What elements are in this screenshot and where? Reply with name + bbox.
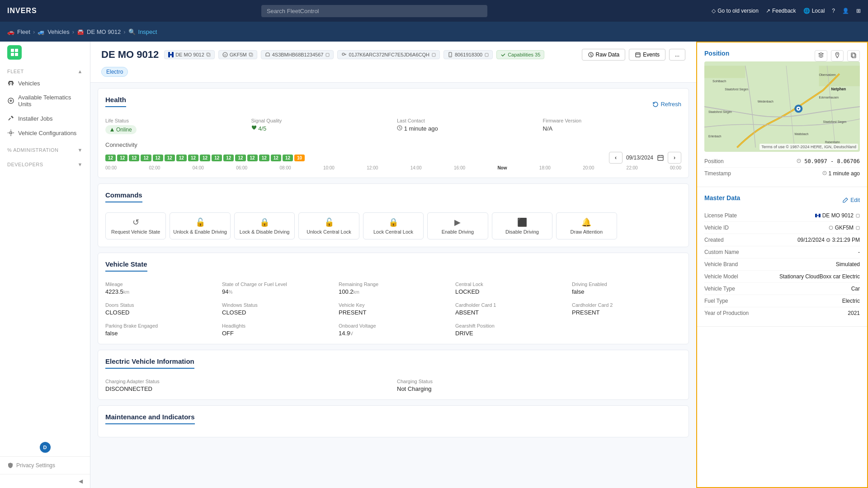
svg-rect-19 [432,53,435,56]
sidebar-vehicles-label: Vehicles [18,80,40,87]
sidebar-dev-header[interactable]: Developers ▼ [0,158,90,169]
svg-text:Obersatzen: Obersatzen [819,73,835,77]
search-input[interactable] [261,5,487,17]
svg-point-27 [837,53,838,54]
car-icon: 🚘 [77,28,84,35]
chevron-down-icon: ▼ [78,147,83,153]
help-icon[interactable]: ? [832,8,835,14]
sidebar-section-fleet: Fleet ▲ Vehicles Available Telematics Un… [0,63,90,142]
copy-icon[interactable] [206,52,211,57]
map-layers-btn[interactable] [815,50,827,61]
breadcrumb-inspect[interactable]: 🔍 Inspect [128,28,157,35]
headlights-field: Headlights OFF [222,323,331,337]
breadcrumb-sep-3: › [123,28,125,35]
sidebar-section-developers: Developers ▼ [0,156,90,171]
svg-rect-0 [11,49,14,52]
breadcrumb-vehicles[interactable]: 🚙 Vehicles [38,28,69,35]
svg-text:Sohlbach: Sohlbach [712,79,726,83]
commands-grid: ↺ Request Vehicle State 🔓 Unlock & Enabl… [105,212,681,239]
copy-lp-icon[interactable] [855,213,860,218]
copy-icon-2[interactable] [249,52,253,57]
user-icon[interactable]: 👤 [842,8,849,14]
edit-master-data-btn[interactable]: Edit [842,197,860,203]
ev-info-grid: Charging Adapter Status DISCONNECTED Cha… [105,379,681,392]
refresh-btn[interactable]: Refresh [652,101,681,108]
sidebar-collapse-btn[interactable]: ◀ [0,474,90,488]
disable-driving-btn[interactable]: ⬛ Disable Driving [492,212,552,239]
sidebar-item-vehicle-configs[interactable]: Vehicle Configurations [0,126,90,140]
sidebar-item-telematics[interactable]: Available Telematics Units [0,90,90,111]
svg-rect-15 [250,53,253,56]
position-value: 50.9097 - 8.06706 [797,158,860,164]
privacy-settings-btn[interactable]: Privacy Settings [0,456,90,474]
vehicle-brand-row: Vehicle Brand Simulated [704,258,860,271]
locale-btn[interactable]: 🌐 Local [803,8,825,14]
svg-rect-22 [485,53,488,56]
copy-icon-4[interactable] [431,52,436,57]
soc-field: State of Charge or Fuel Level 94% [222,282,331,295]
sidebar-admin-header[interactable]: % Administration ▼ [0,144,90,155]
health-section: Health Refresh Life Status Online Signal… [98,88,689,178]
cardholder1-field: Cardholder Card 1 ABSENT [455,302,565,316]
sidebar-logo [7,45,22,60]
events-btn[interactable]: Events [629,49,665,61]
unlock-central-lock-btn[interactable]: 🔓 Unlock Central Lock [298,212,359,239]
timestamp-label: Timestamp [704,170,731,177]
svg-point-44 [797,108,799,110]
lock-central-lock-btn[interactable]: 🔒 Lock Central Lock [363,212,424,239]
prev-date-btn[interactable]: ‹ [609,152,623,164]
feedback-btn[interactable]: ↗ Feedback [766,8,796,14]
connectivity-bars: 12 12 12 12 12 12 12 12 12 12 12 12 12 1… [105,155,305,161]
timestamp-row: Timestamp 1 minute ago [704,168,860,179]
created-row: Created 09/12/2024 ⊙ 3:21:29 PM [704,234,860,246]
position-row: Position 50.9097 - 8.06706 [704,155,860,168]
calendar-icon[interactable] [657,154,664,161]
position-title-row: Position [704,50,860,61]
version-badge: D [40,442,51,453]
mileage-field: Mileage 4223.5km [105,282,215,295]
draw-attention-btn[interactable]: 🔔 Draw Attention [556,212,617,239]
copy-icon-3[interactable] [325,52,330,57]
svg-rect-28 [852,54,856,58]
svg-text:Waldsbach: Waldsbach [794,132,809,136]
breadcrumb-sep-1: › [33,28,35,35]
copy-location-btn[interactable] [847,50,860,61]
doors-status-field: Doors Status CLOSED [105,302,215,316]
sidebar-item-installer-jobs[interactable]: Installer Jobs [0,111,90,126]
request-vehicle-state-btn[interactable]: ↺ Request Vehicle State [105,212,166,239]
pin-icon [834,52,840,58]
master-data-section: Master Data Edit License Plate DE MO 901… [697,187,867,327]
sidebar-item-vehicles[interactable]: Vehicles [0,76,90,90]
svg-rect-24 [636,53,640,57]
vehicle-state-grid: Mileage 4223.5km State of Charge or Fuel… [105,282,681,337]
phone-icon [448,52,453,57]
breadcrumb-fleet[interactable]: 🚗 Fleet [7,28,30,35]
menu-icon[interactable]: ⊞ [856,8,861,14]
capabilities-badge[interactable]: Capabilities 35 [496,50,544,59]
svg-rect-17 [326,53,329,56]
enable-driving-btn[interactable]: ▶ Enable Driving [427,212,488,239]
lock-disable-driving-btn[interactable]: 🔒 Lock & Disable Driving [234,212,295,239]
sidebar-fleet-header[interactable]: Fleet ▲ [0,65,90,76]
life-status-item: Life Status Online [105,118,244,134]
fuel-type-row: Fuel Type Electric [704,295,860,307]
dev-label: Developers [7,162,43,167]
more-actions-btn[interactable]: ... [669,49,685,61]
vehicle-state-title: Vehicle State [105,260,147,272]
time-axis: 00:0002:0004:0006:0008:00 10:0012:0014:0… [105,165,681,170]
breadcrumb-vehicle-id[interactable]: 🚘 DE MO 9012 [77,28,121,35]
vehicle-id-badge: id GKF5M [218,50,257,59]
timestamp-value: 1 minute ago [822,170,860,177]
copy-icon-5[interactable] [484,52,489,57]
map-container[interactable]: Sohlbach Obersatzen Netphen Staatsforst … [704,61,860,152]
svg-text:id: id [224,53,226,56]
vehicle-state-section: Vehicle State Mileage 4223.5km State of … [98,253,689,344]
next-date-btn[interactable]: › [668,152,681,164]
electro-tag: Electro [101,67,128,77]
map-pin-btn[interactable] [831,50,844,61]
copy-vid-icon[interactable] [855,225,860,230]
unlock-enable-driving-btn[interactable]: 🔓 Unlock & Enable Driving [170,212,230,239]
raw-data-btn[interactable]: Raw Data [582,49,626,61]
go-to-old-version-btn[interactable]: ◇ Go to old version [712,8,759,14]
svg-rect-1 [15,49,18,52]
